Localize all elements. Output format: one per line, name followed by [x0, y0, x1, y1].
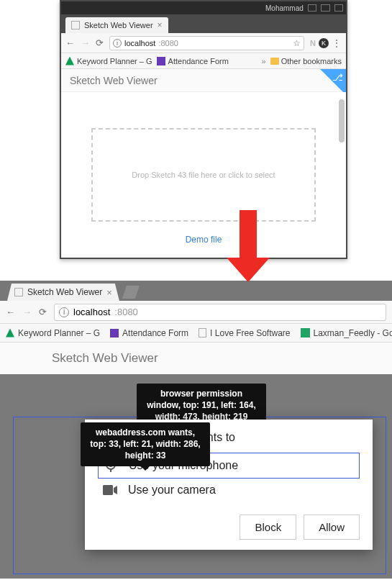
- google-forms-icon: [157, 57, 165, 65]
- omnibox[interactable]: i localhost:8080: [54, 304, 386, 321]
- bottom-browser-window: Sketch Web Viewer × ← → ⟳ i localhost:80…: [0, 281, 392, 374]
- maximize-button[interactable]: [321, 4, 329, 12]
- tooltip-text: browser permission window, top: 191, lef…: [147, 389, 256, 422]
- permission-actions: Block Allow: [98, 515, 360, 540]
- viewer-title: Sketch Web Viewer: [52, 351, 158, 366]
- site-info-icon[interactable]: i: [59, 307, 69, 317]
- bookmark-laxman-feedly[interactable]: Laxman_Feedly - Goo: [301, 328, 393, 338]
- extension-icons: N K ⋮: [310, 38, 342, 48]
- minimize-button[interactable]: [308, 4, 316, 12]
- back-button[interactable]: ←: [65, 37, 75, 48]
- top-browser-window: Mohammad Sketch Web Viewer × ← → ⟳ i loc…: [60, 0, 347, 259]
- tab-strip: Sketch Web Viewer ×: [0, 281, 392, 301]
- viewer-title: Sketch Web Viewer: [70, 75, 158, 86]
- permission-overlay-area: browser permission window, top: 191, lef…: [0, 374, 392, 579]
- address-bar: ← → ⟳ i localhost:8080 ☆ N K ⋮: [61, 33, 346, 53]
- extension-n-icon[interactable]: N: [310, 39, 316, 47]
- tab-strip: Sketch Web Viewer ×: [61, 14, 346, 33]
- viewer-header: Sketch Web Viewer ⎇: [61, 69, 346, 92]
- url-host: localhost: [73, 307, 110, 317]
- bookmark-keyword-planner[interactable]: Keyword Planner – G: [65, 57, 152, 65]
- camera-icon: [102, 485, 118, 495]
- reload-button[interactable]: ⟳: [39, 307, 47, 317]
- dropzone-text: Drop Sketch 43 file here or click to sel…: [132, 171, 275, 179]
- address-bar: ← → ⟳ i localhost:8080: [0, 301, 392, 324]
- permission-row-camera: Use your camera: [98, 479, 360, 502]
- bookmark-attendance-form[interactable]: Attendance Form: [110, 328, 188, 338]
- allow-button[interactable]: Allow: [304, 515, 360, 540]
- other-bookmarks-label: Other bookmarks: [281, 57, 342, 65]
- url-port: :8080: [158, 39, 178, 47]
- bookmark-label: Laxman_Feedly - Goo: [314, 328, 393, 338]
- folder-icon: [270, 58, 279, 65]
- chrome-menu-button[interactable]: ⋮: [332, 38, 342, 48]
- url-host: localhost: [124, 39, 155, 47]
- tooltip-text: webaddress.com wants, top: 33, left: 21,…: [90, 427, 200, 461]
- forward-button[interactable]: →: [22, 307, 32, 317]
- browser-tab[interactable]: Sketch Web Viewer ×: [7, 284, 119, 301]
- google-sheets-icon: [301, 328, 310, 337]
- other-bookmarks-button[interactable]: Other bookmarks: [270, 57, 342, 65]
- scrollbar-thumb[interactable]: [339, 99, 345, 142]
- bookmark-ilfs[interactable]: I Love Free Software: [199, 328, 290, 338]
- back-button[interactable]: ←: [6, 307, 15, 317]
- demo-link-row: Demo file: [76, 229, 332, 248]
- url-port: :8080: [114, 307, 138, 317]
- close-tab-button[interactable]: ×: [158, 20, 163, 30]
- google-forms-icon: [110, 329, 119, 337]
- viewer-header: Sketch Web Viewer: [0, 343, 392, 374]
- page-icon: [71, 21, 80, 30]
- browser-tab[interactable]: Sketch Web Viewer ×: [65, 17, 168, 33]
- close-tab-button[interactable]: ×: [106, 287, 112, 298]
- forward-button[interactable]: →: [81, 37, 90, 48]
- tooltip-inner-bounds: webaddress.com wants, top: 33, left: 21,…: [81, 422, 210, 466]
- block-button[interactable]: Block: [240, 515, 296, 540]
- github-corner[interactable]: ⎇: [320, 69, 346, 95]
- bookmark-label: Attendance Form: [122, 328, 188, 338]
- tab-title: Sketch Web Viewer: [84, 21, 153, 30]
- file-dropzone[interactable]: Drop Sketch 43 file here or click to sel…: [91, 128, 316, 222]
- reload-button[interactable]: ⟳: [96, 37, 104, 48]
- profile-avatar-icon[interactable]: K: [319, 38, 329, 48]
- tab-title: Sketch Web Viewer: [27, 287, 102, 297]
- close-window-button[interactable]: [334, 4, 343, 12]
- bookmark-attendance-form[interactable]: Attendance Form: [157, 57, 229, 65]
- bookmark-star-icon[interactable]: ☆: [293, 38, 301, 48]
- red-arrow-annotation: [227, 210, 270, 288]
- bookmarks-bar: Keyword Planner – G Attendance Form I Lo…: [0, 324, 392, 343]
- adwords-icon: [65, 57, 74, 65]
- page-icon: [199, 328, 206, 337]
- vertical-scrollbar[interactable]: [337, 92, 345, 258]
- github-icon: ⎇: [332, 72, 343, 83]
- omnibox[interactable]: i localhost:8080 ☆: [109, 36, 304, 50]
- viewer-body: Drop Sketch 43 file here or click to sel…: [61, 92, 346, 258]
- site-info-icon[interactable]: i: [113, 39, 122, 47]
- bookmark-keyword-planner[interactable]: Keyword Planner – G: [6, 328, 100, 338]
- new-tab-button[interactable]: [122, 286, 140, 299]
- permission-cam-label: Use your camera: [128, 484, 216, 497]
- window-user-label: Mohammad: [265, 4, 304, 12]
- page-icon: [14, 288, 23, 296]
- bookmark-label: Attendance Form: [168, 57, 229, 65]
- bookmark-label: Keyword Planner – G: [18, 328, 100, 338]
- bookmark-label: Keyword Planner – G: [77, 57, 152, 65]
- demo-file-link[interactable]: Demo file: [186, 235, 222, 245]
- bookmark-label: I Love Free Software: [210, 328, 290, 338]
- adwords-icon: [6, 329, 14, 337]
- window-titlebar: Mohammad: [61, 1, 346, 14]
- bookmarks-overflow-button[interactable]: »: [262, 57, 266, 65]
- bookmarks-bar: Keyword Planner – G Attendance Form » Ot…: [61, 53, 346, 69]
